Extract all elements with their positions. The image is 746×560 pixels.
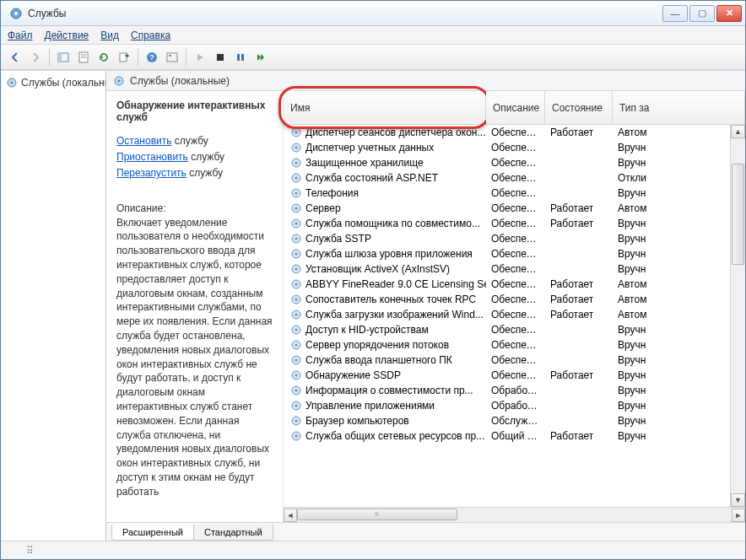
back-button[interactable] — [6, 48, 24, 67]
service-row[interactable]: Служба общих сетевых ресурсов пр...Общий… — [284, 428, 745, 444]
service-row-icon — [290, 430, 302, 442]
service-type: Вручн — [613, 415, 745, 427]
column-name[interactable]: Имя — [284, 91, 486, 124]
start-service-button[interactable] — [191, 48, 209, 67]
service-type: Вручн — [613, 430, 745, 442]
svg-point-36 — [295, 252, 297, 255]
service-type: Автом — [613, 202, 745, 214]
refresh-button[interactable] — [95, 48, 113, 67]
service-row[interactable]: Диспетчер сеансов диспетчера окон...Обес… — [284, 125, 745, 140]
service-row[interactable]: Диспетчер учетных данныхОбеспечи...Вручн — [284, 140, 745, 155]
service-desc: Обеспечи... — [486, 127, 545, 138]
service-desc: Обработк... — [486, 400, 545, 412]
tab-standard[interactable]: Стандартный — [193, 525, 273, 541]
toolbar-separator — [186, 49, 186, 66]
service-name: Обнаружение SSDP — [305, 369, 401, 381]
vertical-scrollbar[interactable]: ▲ ▼ — [730, 125, 745, 507]
column-type[interactable]: Тип за — [613, 91, 745, 124]
service-state: Работает — [545, 202, 613, 214]
service-name: Защищенное хранилище — [305, 157, 424, 169]
service-desc: Обеспечи... — [486, 293, 545, 305]
menu-help[interactable]: Справка — [131, 30, 170, 41]
toolbar-separator — [49, 49, 50, 66]
svg-point-42 — [295, 298, 297, 300]
service-row[interactable]: Установщик ActiveX (AxInstSV)Обеспечи...… — [284, 261, 745, 277]
scroll-up-icon[interactable]: ▲ — [731, 125, 745, 138]
service-row[interactable]: СерверОбеспечи...РаботаетАвтом — [284, 201, 745, 216]
service-desc: Обеспечи... — [486, 324, 545, 336]
service-row[interactable]: Служба состояний ASP.NETОбеспечи...Откли — [284, 170, 745, 186]
service-row[interactable]: ABBYY FineReader 9.0 CE Licensing Se...О… — [284, 277, 745, 292]
service-type: Вручн — [613, 324, 745, 336]
pause-service-button[interactable] — [231, 48, 250, 67]
horizontal-thumb[interactable]: ≡ — [297, 509, 457, 520]
column-description[interactable]: Описание — [486, 91, 545, 124]
scroll-right-icon[interactable]: ► — [732, 509, 745, 522]
service-desc: Обеспечи... — [486, 309, 545, 320]
service-row[interactable]: Служба ввода планшетного ПКОбеспечи...Вр… — [284, 353, 745, 368]
scroll-down-icon[interactable]: ▼ — [731, 493, 745, 507]
service-name: Служба общих сетевых ресурсов пр... — [305, 430, 484, 442]
vertical-thumb[interactable] — [732, 164, 744, 265]
column-state[interactable]: Состояние — [545, 91, 613, 124]
help-button[interactable]: ? — [143, 48, 161, 67]
svg-text:?: ? — [149, 53, 154, 62]
service-name: Доступ к HID-устройствам — [305, 324, 429, 336]
service-row[interactable]: Управление приложениямиОбработк...Вручн — [284, 398, 745, 413]
service-row[interactable]: Служба шлюза уровня приложенияОбеспечи..… — [284, 246, 745, 261]
service-name: Браузер компьютеров — [305, 415, 409, 427]
service-row[interactable]: Браузер компьютеровОбслужи...Вручн — [284, 413, 745, 428]
service-desc: Обеспечи... — [486, 218, 545, 229]
maximize-button[interactable]: ▢ — [689, 5, 715, 22]
service-row-icon — [290, 339, 302, 351]
menu-file[interactable]: Файл — [8, 30, 33, 41]
service-type: Вручн — [613, 339, 745, 351]
export-list-button[interactable] — [115, 48, 133, 67]
menu-action[interactable]: Действие — [45, 30, 89, 41]
content-area: Службы (локальны Службы (локальные) Обна… — [1, 70, 745, 541]
rows-container: Диспетчер сеансов диспетчера окон...Обес… — [284, 125, 745, 507]
minimize-button[interactable]: — — [662, 5, 688, 22]
statusbar: ⠿ — [1, 541, 745, 559]
service-desc: Обработк... — [486, 385, 545, 396]
menu-view[interactable]: Вид — [100, 30, 119, 41]
service-type: Вручн — [613, 369, 745, 381]
service-row-icon — [290, 293, 302, 305]
svg-point-54 — [295, 389, 297, 391]
svg-point-24 — [295, 161, 297, 164]
service-row[interactable]: Сопоставитель конечных точек RPCОбеспечи… — [284, 292, 745, 307]
service-row[interactable]: Защищенное хранилищеОбеспечи...Вручн — [284, 155, 745, 170]
tab-extended[interactable]: Расширенный — [111, 525, 194, 541]
tree-pane: Службы (локальны — [1, 71, 106, 541]
service-row-icon — [290, 248, 302, 260]
service-row[interactable]: Сервер упорядочения потоковОбеспечи...Вр… — [284, 337, 745, 353]
service-row-icon — [290, 157, 302, 169]
restart-link[interactable]: Перезапустить — [116, 167, 186, 179]
service-name: Служба помощника по совместимо... — [305, 218, 480, 229]
scroll-left-icon[interactable]: ◄ — [284, 509, 297, 522]
tree-root-item[interactable]: Службы (локальны — [1, 74, 105, 91]
service-state: Работает — [545, 127, 613, 138]
svg-point-26 — [295, 176, 297, 179]
service-row[interactable]: ТелефонияОбеспечи...Вручн — [284, 186, 745, 201]
horizontal-scrollbar[interactable]: ◄ ≡ ► — [284, 507, 745, 522]
show-hide-tree-button[interactable] — [54, 48, 73, 67]
pause-link[interactable]: Приостановить — [116, 151, 188, 163]
service-name: Диспетчер сеансов диспетчера окон... — [305, 127, 485, 138]
forward-button[interactable] — [26, 48, 45, 67]
service-row[interactable]: Служба SSTPОбеспечи...Вручн — [284, 231, 745, 246]
service-row[interactable]: Служба загрузки изображений Wind...Обесп… — [284, 307, 745, 322]
stop-link[interactable]: Остановить — [116, 135, 172, 147]
close-button[interactable]: ✕ — [716, 5, 742, 22]
service-row[interactable]: Доступ к HID-устройствамОбеспечи...Вручн — [284, 322, 745, 337]
restart-service-button[interactable] — [251, 48, 270, 67]
service-row[interactable]: Информация о совместимости пр...Обработк… — [284, 383, 745, 398]
properties-button[interactable] — [74, 48, 93, 67]
service-row[interactable]: Обнаружение SSDPОбеспечи...РаботаетВручн — [284, 368, 745, 383]
titlebar[interactable]: Службы — ▢ ✕ — [1, 1, 745, 26]
service-row[interactable]: Служба помощника по совместимо...Обеспеч… — [284, 216, 745, 231]
filter-button[interactable] — [163, 48, 181, 67]
service-desc: Обеспечи... — [486, 157, 545, 169]
svg-point-16 — [11, 82, 14, 84]
stop-service-button[interactable] — [211, 48, 230, 67]
